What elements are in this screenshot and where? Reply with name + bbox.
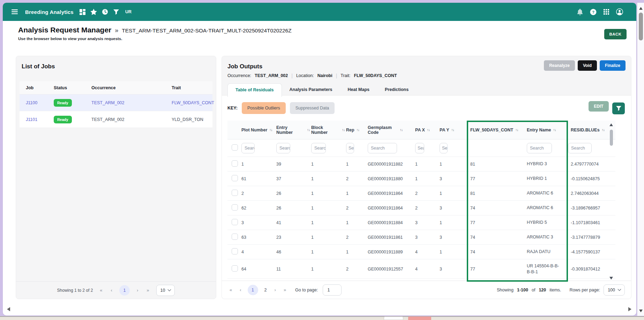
account-icon[interactable] xyxy=(614,6,625,17)
select-all-checkbox[interactable] xyxy=(232,144,238,151)
cell-rep: 1 xyxy=(346,162,368,167)
col-entry-number[interactable]: Entry Number↑↓ xyxy=(276,125,311,135)
clock-icon[interactable] xyxy=(99,6,111,17)
filter-germplasm-input[interactable] xyxy=(368,143,397,153)
hscroll-right-arrow[interactable] xyxy=(628,307,631,311)
bell-icon[interactable] xyxy=(574,6,585,17)
filter-button[interactable] xyxy=(612,102,625,114)
rows-per-page-select[interactable]: 100 xyxy=(604,284,625,296)
top-navbar: Breeding Analytics UR ? xyxy=(3,3,636,21)
tab-predictions[interactable]: Predictions xyxy=(377,83,416,97)
cell-resid: 2.7462063044 xyxy=(568,191,607,196)
first-page-button[interactable]: « xyxy=(228,287,233,292)
back-button[interactable]: BACK xyxy=(604,29,627,39)
filter-plot-input[interactable] xyxy=(241,143,255,153)
filter-pa-y-input[interactable] xyxy=(440,143,448,153)
job-id-link[interactable]: J1101 xyxy=(26,117,37,122)
next-page-button[interactable]: › xyxy=(273,287,277,292)
filter-entry-input[interactable] xyxy=(276,143,290,153)
table-scrollbar[interactable] xyxy=(608,121,614,282)
col-trait-value[interactable]: FLW_50DAYS_CONT↑↓ xyxy=(467,128,527,132)
row-checkbox[interactable] xyxy=(232,219,238,225)
star-icon[interactable] xyxy=(88,6,99,17)
next-page-button[interactable]: › xyxy=(135,288,140,293)
cell-block: 1 xyxy=(311,235,346,240)
col-germplasm-code[interactable]: Germplasm Code↑↓ xyxy=(368,125,415,135)
prev-page-button[interactable]: ‹ xyxy=(238,287,242,292)
cell-resid: -3.1896766957 xyxy=(568,206,607,211)
scrollbar-thumb[interactable] xyxy=(639,13,643,40)
help-icon[interactable]: ? xyxy=(587,6,599,17)
sort-icon: ↑↓ xyxy=(451,128,454,132)
tab-heat-maps[interactable]: Heat Maps xyxy=(340,83,377,97)
filter-resid-input[interactable] xyxy=(568,143,592,153)
tab-analysis-parameters[interactable]: Analysis Parameters xyxy=(282,83,340,97)
row-checkbox[interactable] xyxy=(232,190,238,196)
scroll-up-arrow-icon[interactable] xyxy=(609,123,613,126)
job-row[interactable]: J1100 Ready TEST_ARM_002 FLW_50DAYS_CONT xyxy=(20,94,212,111)
last-page-button[interactable]: » xyxy=(145,288,150,293)
cell-plot: 61 xyxy=(241,176,276,181)
col-resid-blues[interactable]: RESID.BLUEs↑↓ xyxy=(568,128,607,132)
cell-germplasm: GE000001911861 xyxy=(368,235,415,240)
void-button[interactable]: Void xyxy=(578,60,597,71)
cell-rep: 1 xyxy=(346,191,368,196)
page-2-button[interactable]: 2 xyxy=(263,288,268,292)
finalize-button[interactable]: Finalize xyxy=(600,60,626,71)
tab-table-of-residuals[interactable]: Table of Residuals xyxy=(227,83,282,97)
edit-button[interactable]: EDIT xyxy=(589,101,609,112)
col-rep[interactable]: Rep↑↓ xyxy=(346,128,368,132)
cell-germplasm: GE000001911889 xyxy=(368,250,415,254)
reanalyze-button[interactable]: Reanalyze xyxy=(544,60,575,71)
cell-plot: 2 xyxy=(241,191,276,196)
filter-nav-icon[interactable] xyxy=(111,6,122,17)
filter-pa-x-input[interactable] xyxy=(415,143,424,153)
col-block-number[interactable]: Block Number↑↓ xyxy=(311,125,346,135)
row-checkbox[interactable] xyxy=(232,248,238,254)
first-page-button[interactable]: « xyxy=(98,288,104,293)
table-row[interactable]: 2 26 1 1 GE000001911864 2 1 81 AROMATIC … xyxy=(227,186,615,201)
table-row[interactable]: 64 11 1 2 GE000001912557 4 3 77 UR 14550… xyxy=(227,259,615,279)
col-entry-name[interactable]: Entry Name↑↓ xyxy=(527,128,568,132)
last-page-button[interactable]: » xyxy=(282,287,287,292)
row-checkbox[interactable] xyxy=(232,265,238,272)
row-checkbox[interactable] xyxy=(232,204,238,211)
nav-item-ur[interactable]: UR xyxy=(125,9,132,14)
scrollbar-thumb[interactable] xyxy=(610,130,613,146)
sort-icon: ↑↓ xyxy=(515,128,518,132)
current-page-button[interactable]: 1 xyxy=(119,285,130,296)
col-pa-y[interactable]: PA Y↑↓ xyxy=(440,128,467,132)
table-row[interactable]: 61 37 1 2 GE000001911880 1 3 77 HYBRID 1… xyxy=(227,172,615,186)
job-id-link[interactable]: J1100 xyxy=(26,100,37,105)
apps-grid-icon[interactable] xyxy=(601,6,612,17)
job-row[interactable]: J1101 Ready TEST_ARM_002 YLD_DSR_TON xyxy=(20,111,212,128)
jobs-col-status: Status xyxy=(54,85,91,90)
hamburger-menu-icon[interactable] xyxy=(9,6,20,17)
col-label: PA X xyxy=(415,128,425,132)
scroll-down-arrow-icon[interactable] xyxy=(609,277,613,280)
dashboard-icon[interactable] xyxy=(77,6,88,17)
row-checkbox[interactable] xyxy=(232,234,238,240)
row-checkbox[interactable] xyxy=(232,160,238,167)
table-row[interactable]: 63 23 1 2 GE000001911861 3 3 74 AROMATIC… xyxy=(227,230,615,245)
row-checkbox[interactable] xyxy=(232,175,238,181)
scroll-up-arrow-icon[interactable] xyxy=(639,7,643,10)
prev-page-button[interactable]: ‹ xyxy=(110,288,114,293)
filter-entry-name-input[interactable] xyxy=(527,143,552,153)
table-row[interactable]: 1 39 1 1 GE000001911882 1 1 81 HYBRID 3 … xyxy=(227,157,615,172)
page-1-button[interactable]: 1 xyxy=(248,285,258,295)
chevron-down-icon xyxy=(168,288,171,291)
table-row[interactable]: 4 46 1 1 GE000001911889 4 1 74 RAJA DATU… xyxy=(227,245,615,259)
cell-entry-name: RAJA DATU xyxy=(527,249,568,255)
go-to-page-input[interactable] xyxy=(323,284,342,296)
scroll-down-arrow-icon[interactable] xyxy=(639,310,643,312)
filter-block-input[interactable] xyxy=(311,143,326,153)
table-row[interactable]: 3 41 1 1 GE000001911884 3 1 77 HYBRID 5 … xyxy=(227,215,615,230)
col-plot-number[interactable]: Plot Number↑↓ xyxy=(241,128,276,132)
jobs-page-size-select[interactable]: 10 xyxy=(156,285,175,296)
table-row[interactable]: 62 26 1 2 GE000001911864 2 3 74 AROMATIC… xyxy=(227,201,615,215)
window-scrollbar[interactable] xyxy=(637,3,644,316)
filter-rep-input[interactable] xyxy=(346,143,354,153)
col-pa-x[interactable]: PA X↑↓ xyxy=(415,128,440,132)
hscroll-left-arrow[interactable] xyxy=(7,307,10,311)
